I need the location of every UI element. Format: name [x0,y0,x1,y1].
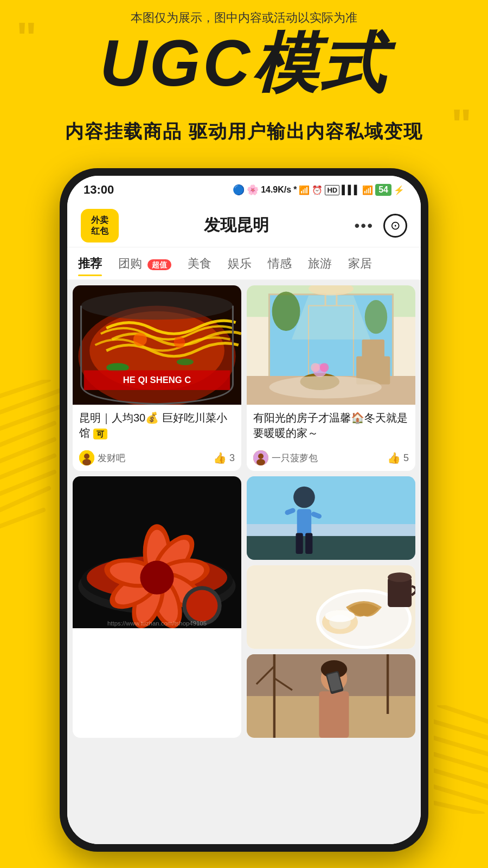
alarm-icon: ⏰ [312,185,323,195]
room-card-image [247,285,415,405]
svg-point-44 [320,363,329,372]
tab-group-buy-label: 团购 [118,257,142,270]
food-card[interactable]: HE QI SHENG C 昆明｜人均30💰 巨好吃川菜小馆 可 [73,285,241,471]
food-card-likes[interactable]: 👍 3 [213,451,235,464]
right-mini-cards [247,476,415,738]
more-options-icon[interactable]: ••• [355,217,374,234]
svg-text:https://www.tuzhan.com/tshop49: https://www.tuzhan.com/tshop49105 [107,620,207,627]
logo-line1: 外卖 [91,215,108,225]
svg-line-0 [0,380,49,396]
svg-rect-75 [247,476,415,524]
camera-circle-icon: ⊙ [390,219,400,233]
svg-rect-39 [362,340,384,359]
tab-food[interactable]: 美食 [188,252,211,275]
signal-icon: 📶 [299,185,310,195]
status-time: 13:00 [84,183,114,197]
diagonal-decoration-left [0,380,65,542]
svg-point-70 [140,561,174,595]
svg-point-23 [81,292,233,320]
meat-card[interactable]: https://www.tuzhan.com/tshop49105 [73,476,241,738]
tab-travel[interactable]: 旅游 [308,252,332,275]
tab-travel-label: 旅游 [308,257,332,270]
room-card-likes[interactable]: 👍 5 [387,451,409,464]
tab-home-label: 家居 [348,257,372,270]
status-icons-group: 🔵 🌸 14.9K/s * 📶 ⏰ HD ▌▌▌ 📶 54 ⚡ [233,184,404,196]
food-card-image: HE QI SHENG C [73,285,241,405]
tab-entertainment-label: 娱乐 [228,257,252,270]
tab-food-label: 美食 [188,257,211,270]
svg-point-43 [311,363,320,372]
room-card-author: 一只菠萝包 [253,450,318,465]
food-author-name: 发财吧 [98,452,125,464]
tab-emotion[interactable]: 情感 [268,252,292,275]
portrait-mini-card[interactable] [247,654,415,738]
svg-line-14 [434,787,488,803]
svg-rect-79 [296,533,303,554]
phone-mockup: 13:00 🔵 🌸 14.9K/s * 📶 ⏰ HD ▌▌▌ 📶 54 ⚡ [60,168,428,852]
svg-point-49 [256,459,265,465]
thumbs-up-icon: 👍 [213,451,227,464]
app-logo[interactable]: 外卖 红包 [81,209,119,242]
status-flowers-icon: 🌸 [247,184,259,196]
main-title: UGC模式 [0,27,488,99]
tab-group-buy[interactable]: 团购 超值 [118,252,171,275]
svg-line-12 [434,754,488,770]
nav-tabs-bar: 推荐 团购 超值 美食 娱乐 情感 旅游 家 [67,247,421,280]
title-area: UGC模式 [0,27,488,99]
food-card-content: 昆明｜人均30💰 巨好吃川菜小馆 可 [73,405,241,450]
room-likes-count: 5 [403,452,409,464]
header-actions: ••• ⊙ [355,214,407,238]
svg-text:HE QI SHENG C: HE QI SHENG C [123,375,191,385]
food-card-footer: 发财吧 👍 3 [73,450,241,471]
svg-point-20 [177,359,194,365]
room-thumbs-icon: 👍 [387,451,401,464]
tab-recommended-label: 推荐 [78,257,102,270]
status-bar: 13:00 🔵 🌸 14.9K/s * 📶 ⏰ HD ▌▌▌ 📶 54 ⚡ [67,176,421,204]
food-author-avatar [79,450,94,465]
food-mini-card[interactable] [247,565,415,649]
content-area: HE QI SHENG C 昆明｜人均30💰 巨好吃川菜小馆 可 [67,280,421,844]
first-row: HE QI SHENG C 昆明｜人均30💰 巨好吃川菜小馆 可 [73,285,415,471]
food-likes-count: 3 [229,452,235,464]
status-speed: 14.9K/s [261,185,291,195]
tab-home-deco[interactable]: 家居 [348,252,372,275]
tab-recommended[interactable]: 推荐 [78,252,102,275]
svg-rect-80 [305,533,312,554]
fitness-mini-card[interactable] [247,476,415,560]
svg-point-87 [388,572,412,582]
room-card-footer: 一只菠萝包 👍 5 [247,450,415,471]
room-card[interactable]: 有阳光的房子才温馨🏠冬天就是要暖暖的家～ [247,285,415,471]
svg-point-72 [186,590,217,621]
food-card-desc: 昆明｜人均30💰 巨好吃川菜小馆 可 [79,410,235,441]
phone-screen: 13:00 🔵 🌸 14.9K/s * 📶 ⏰ HD ▌▌▌ 📶 54 ⚡ [67,176,421,844]
svg-line-11 [434,738,488,754]
room-card-desc: 有阳光的房子才温馨🏠冬天就是要暖暖的家～ [253,410,409,441]
room-card-content: 有阳光的房子才温馨🏠冬天就是要暖暖的家～ [247,405,415,450]
svg-point-36 [365,300,387,334]
svg-point-90 [325,610,355,622]
tab-entertainment[interactable]: 娱乐 [228,252,252,275]
svg-line-8 [0,510,43,526]
food-card-author: 发财吧 [79,450,125,465]
subtitle: 内容挂载商品 驱动用户输出内容私域变现 [0,119,488,144]
signal-bars-icon: ▌▌▌ [342,185,360,195]
second-row: https://www.tuzhan.com/tshop49105 [73,476,415,738]
svg-point-77 [293,487,315,508]
status-network-icon: 🔵 [233,184,245,196]
tab-emotion-label: 情感 [268,257,292,270]
svg-line-10 [434,722,488,738]
svg-point-22 [174,336,185,348]
svg-line-9 [439,705,488,722]
svg-point-48 [258,454,264,459]
svg-point-45 [269,376,381,398]
wifi-icon: 📶 [362,185,373,195]
svg-point-35 [272,292,300,331]
meat-card-image: https://www.tuzhan.com/tshop49105 [73,476,241,628]
svg-point-28 [82,459,91,465]
room-author-name: 一只菠萝包 [272,452,318,464]
camera-button[interactable]: ⊙ [383,214,407,238]
diagonal-decoration-right [434,705,488,814]
logo-line2: 红包 [91,226,108,236]
svg-line-13 [434,770,488,787]
app-header: 外卖 红包 发现昆明 ••• ⊙ [67,204,421,247]
